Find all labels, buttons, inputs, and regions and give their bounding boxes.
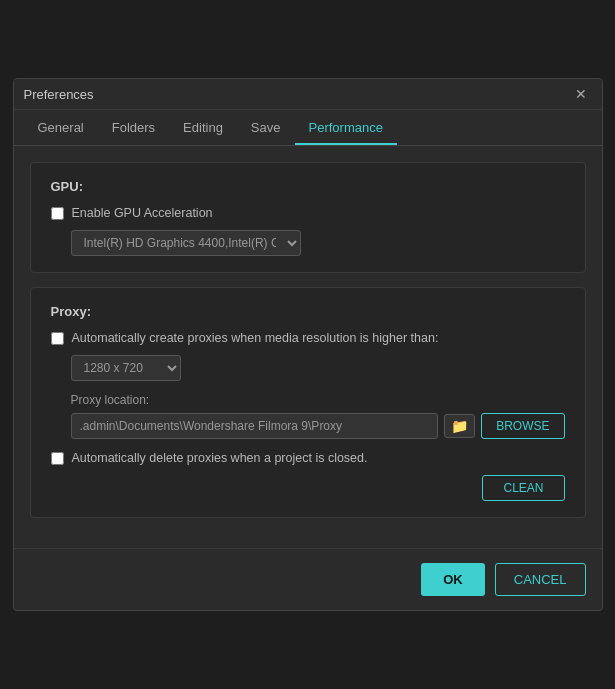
footer: OK CANCEL — [14, 548, 602, 610]
gpu-section-title: GPU: — [51, 179, 565, 194]
folder-icon: 📁 — [451, 418, 468, 434]
proxy-path-input[interactable] — [71, 413, 439, 439]
title-bar: Preferences ✕ — [14, 79, 602, 110]
tab-performance[interactable]: Performance — [295, 110, 397, 145]
gpu-select[interactable]: Intel(R) HD Graphics 4400,Intel(R) C — [71, 230, 301, 256]
resolution-select[interactable]: 1280 x 720 — [71, 355, 181, 381]
dialog-title: Preferences — [24, 87, 94, 102]
tab-general[interactable]: General — [24, 110, 98, 145]
tabs-bar: General Folders Editing Save Performance — [14, 110, 602, 146]
proxy-auto-create-row: Automatically create proxies when media … — [51, 331, 565, 345]
close-button[interactable]: ✕ — [570, 85, 592, 103]
proxy-section: Proxy: Automatically create proxies when… — [30, 287, 586, 518]
proxy-auto-create-label[interactable]: Automatically create proxies when media … — [72, 331, 439, 345]
gpu-dropdown-container: Intel(R) HD Graphics 4400,Intel(R) C — [71, 230, 565, 256]
cancel-button[interactable]: CANCEL — [495, 563, 586, 596]
tab-editing[interactable]: Editing — [169, 110, 237, 145]
tab-save[interactable]: Save — [237, 110, 295, 145]
clean-row: CLEAN — [51, 475, 565, 501]
proxy-auto-delete-checkbox[interactable] — [51, 452, 64, 465]
gpu-enable-label[interactable]: Enable GPU Acceleration — [72, 206, 213, 220]
gpu-enable-checkbox[interactable] — [51, 207, 64, 220]
gpu-enable-row: Enable GPU Acceleration — [51, 206, 565, 220]
browse-button[interactable]: BROWSE — [481, 413, 564, 439]
gpu-section: GPU: Enable GPU Acceleration Intel(R) HD… — [30, 162, 586, 273]
proxy-auto-create-checkbox[interactable] — [51, 332, 64, 345]
proxy-auto-delete-label[interactable]: Automatically delete proxies when a proj… — [72, 451, 368, 465]
clean-button[interactable]: CLEAN — [482, 475, 564, 501]
proxy-auto-delete-row: Automatically delete proxies when a proj… — [51, 451, 565, 465]
proxy-location-label: Proxy location: — [71, 393, 565, 407]
proxy-section-title: Proxy: — [51, 304, 565, 319]
content-area: GPU: Enable GPU Acceleration Intel(R) HD… — [14, 146, 602, 548]
proxy-path-row: 📁 BROWSE — [71, 413, 565, 439]
tab-folders[interactable]: Folders — [98, 110, 169, 145]
resolution-dropdown-container: 1280 x 720 — [71, 355, 565, 381]
preferences-dialog: Preferences ✕ General Folders Editing Sa… — [13, 78, 603, 611]
folder-icon-button[interactable]: 📁 — [444, 414, 475, 438]
ok-button[interactable]: OK — [421, 563, 485, 596]
